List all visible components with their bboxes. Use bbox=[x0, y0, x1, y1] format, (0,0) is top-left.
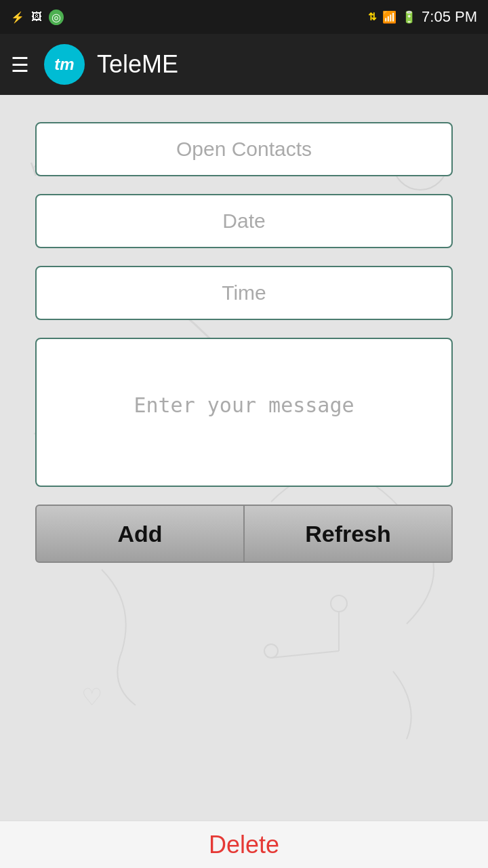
message-input[interactable] bbox=[35, 338, 453, 487]
delete-button[interactable]: Delete bbox=[209, 831, 279, 859]
logo-text: tm bbox=[54, 55, 74, 74]
app-logo: tm bbox=[44, 44, 85, 85]
image-icon: 🖼 bbox=[31, 11, 42, 23]
status-icons-left: ⚡ 🖼 ◎ bbox=[11, 9, 64, 25]
svg-point-6 bbox=[264, 644, 278, 658]
app-title: TeleME bbox=[97, 50, 178, 79]
status-bar: ⚡ 🖼 ◎ ⇅ 📶 🔋 7:05 PM bbox=[0, 0, 488, 34]
nav-bar: ☰ tm TeleME bbox=[0, 34, 488, 95]
svg-line-7 bbox=[271, 651, 339, 658]
time-display: 7:05 PM bbox=[422, 8, 477, 26]
time-input[interactable] bbox=[35, 266, 453, 320]
delete-bar: Delete bbox=[0, 821, 488, 868]
add-button[interactable]: Add bbox=[35, 505, 244, 563]
battery-icon: 🔋 bbox=[402, 10, 416, 24]
data-transfer-icon: ⇅ bbox=[368, 11, 377, 23]
signal-icon: 📶 bbox=[382, 10, 396, 24]
date-input[interactable] bbox=[35, 194, 453, 248]
content-area: http :// ♡ ♡ Open Contacts Add R bbox=[0, 95, 488, 868]
refresh-button[interactable]: Refresh bbox=[244, 505, 453, 563]
open-contacts-button[interactable]: Open Contacts bbox=[35, 122, 453, 176]
usb-icon: ⚡ bbox=[11, 11, 24, 24]
svg-text:♡: ♡ bbox=[81, 684, 102, 710]
status-icons-right: ⇅ 📶 🔋 7:05 PM bbox=[368, 8, 477, 26]
form-container: Open Contacts Add Refresh bbox=[0, 95, 488, 563]
location-icon: ◎ bbox=[49, 9, 64, 25]
menu-icon[interactable]: ☰ bbox=[11, 53, 29, 77]
svg-point-4 bbox=[331, 595, 347, 612]
action-buttons: Add Refresh bbox=[35, 505, 453, 563]
